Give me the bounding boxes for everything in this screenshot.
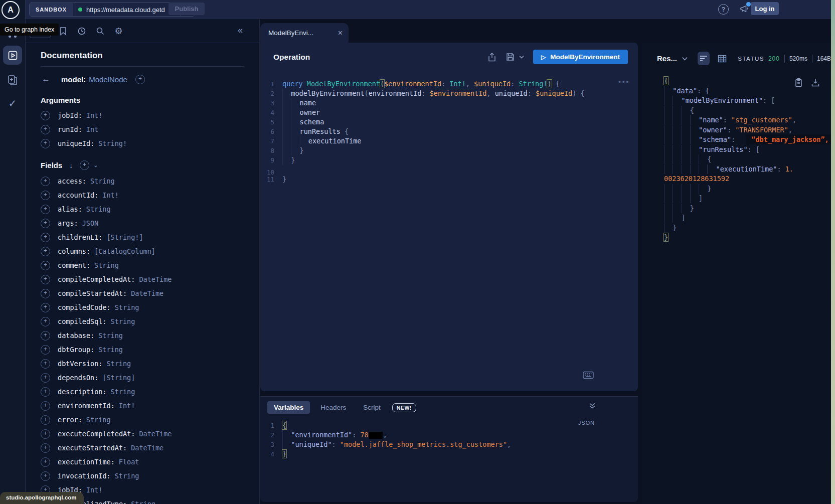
field-type-link[interactable]: DateTime [139,430,172,438]
field-row[interactable]: +error:String [41,413,244,427]
tab-script[interactable]: Script [357,401,387,414]
field-row[interactable]: +dbtVersion:String [41,357,244,371]
field-type-link[interactable]: Int! [102,191,119,199]
field-row[interactable]: +compiledCode:String [41,300,244,314]
add-to-operation-button[interactable]: + [41,373,50,383]
code-line[interactable]: 3"uniqueId": "model.jaffle_shop_metrics.… [260,440,633,449]
field-type-link[interactable]: String [98,346,123,354]
help-icon[interactable]: ? [718,4,729,15]
code-line[interactable]: 4} [260,449,633,459]
code-line[interactable]: 4owner [260,108,633,117]
collapse-panel-double-chevron-icon[interactable] [589,403,596,409]
add-to-operation-button[interactable]: + [41,139,50,148]
add-to-operation-button[interactable]: + [41,457,50,467]
add-to-operation-button[interactable]: + [41,331,50,341]
code-line[interactable]: 6runResults { [260,127,633,136]
code-line[interactable]: 5schema [260,117,633,127]
field-row[interactable]: +args:JSON [41,216,244,230]
operation-editor[interactable]: 1query ModelByEnvironment($environmentId… [260,79,633,184]
add-to-operation-button[interactable]: + [41,177,50,186]
code-line[interactable]: 0023620128631592 [664,174,828,184]
field-type-link[interactable]: Float [119,458,139,466]
add-to-operation-button[interactable]: + [41,401,50,411]
save-icon[interactable] [506,52,515,62]
code-line[interactable]: "modelByEnvironment": [ [664,96,828,106]
field-row[interactable]: +childrenL1:[String!] [41,230,244,244]
code-line[interactable]: } [664,184,828,194]
publish-button[interactable]: Publish [169,3,205,15]
endpoint-url-input[interactable]: https://metadata.cloud.getd [86,6,166,14]
checks-icon[interactable]: ✓ [3,95,22,112]
field-row[interactable]: +alias:String [41,202,244,216]
add-to-operation-button[interactable]: + [41,247,50,256]
chevron-down-icon[interactable] [682,57,688,61]
add-to-operation-button[interactable]: + [41,275,50,284]
table-view-icon[interactable] [718,55,727,63]
field-row[interactable]: +columns:[CatalogColumn] [41,244,244,258]
field-type-link[interactable]: DateTime [131,289,163,297]
code-line[interactable]: } [664,223,828,233]
field-type-link[interactable]: String [115,472,139,480]
add-to-operation-button[interactable]: + [41,345,50,355]
code-line[interactable]: 3name [260,98,633,108]
field-type-link[interactable]: String [94,261,119,269]
add-to-operation-button[interactable]: + [41,191,50,200]
field-type-link[interactable]: Int! [119,402,135,410]
history-icon[interactable] [72,26,91,36]
field-row[interactable]: +compileStartedAt:DateTime [41,286,244,300]
code-line[interactable]: 7executionTime [260,136,633,146]
variables-editor[interactable]: 1{2"environmentId": 78,3"uniqueId": "mod… [260,421,633,459]
close-tab-icon[interactable]: × [338,29,343,38]
field-row[interactable]: +comment:String [41,258,244,272]
copy-response-icon[interactable] [794,78,803,87]
field-type-link[interactable]: DateTime [131,444,163,452]
field-row[interactable]: +accountId:Int! [41,188,244,202]
type-link[interactable]: ModelNode [89,75,127,84]
add-to-operation-button[interactable]: + [41,233,50,242]
schema-docs-icon[interactable] [3,72,22,89]
code-line[interactable]: { [664,154,828,164]
code-line[interactable]: "executionTime": 1. [664,164,828,175]
code-line[interactable]: "owner": "TRANSFORMER", [664,125,828,135]
collapse-sidebar-icon[interactable]: « [238,25,243,36]
response-selector[interactable]: Res... [657,54,677,63]
field-type-link[interactable]: String [86,205,111,213]
add-to-operation-button[interactable]: + [41,317,50,326]
tab-variables[interactable]: Variables [267,401,310,414]
formatted-view-icon[interactable] [698,52,710,65]
code-line[interactable]: 9} [260,155,633,165]
field-type-link[interactable]: JSON [82,219,99,227]
response-json[interactable]: {"data": {"modelByEnvironment": [{"name"… [664,76,828,243]
field-row[interactable]: +description:String [41,385,244,399]
code-line[interactable]: 1{ [260,421,633,430]
field-type-link[interactable]: Int! [86,111,103,119]
endpoint-url-box[interactable]: https://metadata.cloud.getd [73,3,181,16]
apollo-logo[interactable]: A [2,1,20,19]
add-to-operation-button[interactable]: + [41,387,50,397]
code-line[interactable]: "schema": “dbt_mary_jackson”, [664,135,828,145]
code-line[interactable]: { [664,106,828,116]
keyboard-shortcuts-icon[interactable] [583,371,594,379]
code-line[interactable]: "data": { [664,86,828,96]
field-row[interactable]: +executeStartedAt:DateTime [41,441,244,455]
add-to-operation-button[interactable]: + [41,261,50,270]
settings-gear-icon[interactable]: ⚙ [109,26,128,37]
code-line[interactable]: 8} [260,146,633,155]
code-line[interactable]: } [664,204,828,214]
code-line[interactable]: "runResults": [ [664,145,828,155]
add-to-operation-button[interactable]: + [41,111,50,120]
code-line[interactable]: } [664,233,828,243]
add-to-operation-button[interactable]: + [41,429,50,439]
run-operation-button[interactable]: ▷ ModelByEnvironment [533,50,628,64]
add-to-operation-button[interactable]: + [41,289,50,298]
add-to-operation-button[interactable]: + [41,359,50,369]
field-row[interactable]: +executionTime:Float [41,455,244,469]
add-to-operation-button[interactable]: + [41,443,50,453]
back-arrow-icon[interactable]: ← [42,74,50,84]
share-icon[interactable] [487,52,496,62]
field-type-link[interactable]: String [106,360,131,368]
search-icon[interactable] [91,26,109,36]
chevron-down-icon[interactable]: ⌄ [93,162,98,169]
field-type-link[interactable]: [String!] [106,233,143,241]
field-row[interactable]: +invocationId:String [41,469,244,483]
